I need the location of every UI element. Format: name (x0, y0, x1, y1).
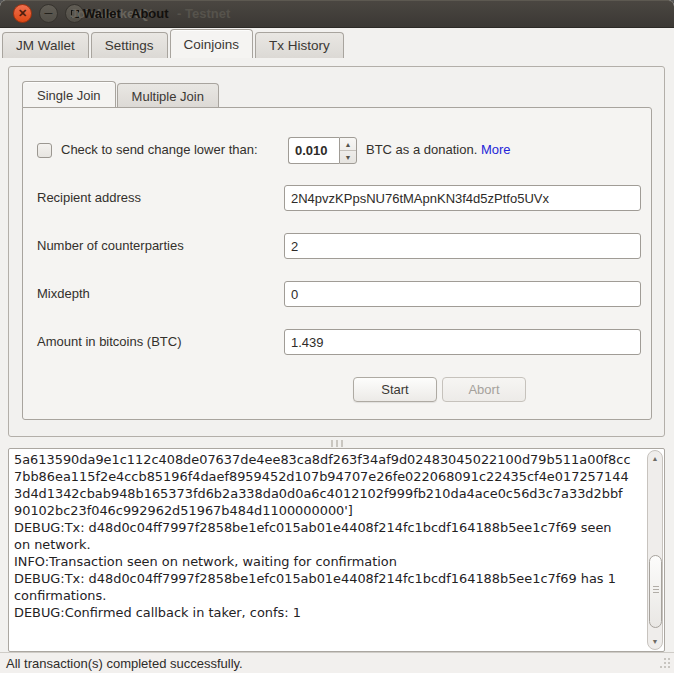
status-bar: All transaction(s) completed successfull… (0, 652, 674, 673)
spin-up-icon[interactable]: ▲ (340, 138, 356, 151)
form-row: Amount in bitcoins (BTC) (23, 329, 651, 355)
close-button[interactable]: ✕ (13, 4, 32, 23)
resize-grip-icon[interactable] (664, 658, 666, 660)
more-link[interactable]: More (481, 142, 511, 157)
spin-down-icon[interactable]: ▼ (340, 151, 356, 163)
app-window: ✕ ─ JoinMarketQt Wallet About - Testnet … (0, 0, 674, 673)
abort-button: Abort (442, 377, 526, 402)
tab-coinjoins[interactable]: Coinjoins (170, 29, 254, 58)
tab-single-join[interactable]: Single Join (22, 81, 116, 108)
donation-suffix-label: BTC as a donation. More (366, 142, 511, 157)
log-text[interactable]: 5a613590da9e1c112c408de07637de4ee83ca8df… (9, 449, 647, 651)
log-area: 5a613590da9e1c112c408de07637de4ee83ca8df… (8, 448, 665, 652)
recipient-address-input[interactable] (284, 185, 641, 211)
donation-amount-spinbox: ▲ ▼ (288, 137, 357, 164)
minimize-button[interactable]: ─ (39, 4, 58, 23)
form-row: Mixdepth (23, 281, 651, 307)
recipient-address-label: Recipient address (37, 190, 141, 205)
single-join-panel: Check to send change lower than: ▲ ▼ BTC… (22, 107, 652, 420)
titlebar: ✕ ─ JoinMarketQt Wallet About - Testnet (0, 0, 674, 28)
amount-input[interactable] (284, 329, 641, 355)
scroll-up-icon[interactable]: ▲ (648, 452, 662, 465)
join-tab-bar: Single Join Multiple Join (22, 81, 220, 108)
log-scrollbar[interactable]: ▲ ▼ (647, 450, 663, 650)
donation-row: Check to send change lower than: ▲ ▼ BTC… (23, 137, 651, 164)
scroll-down-icon[interactable]: ▼ (648, 635, 662, 648)
window-title-suffix: - Testnet (177, 6, 230, 21)
splitter-handle[interactable] (8, 438, 665, 448)
amount-label: Amount in bitcoins (BTC) (37, 334, 182, 349)
donation-checkbox-label: Check to send change lower than: (61, 142, 258, 157)
status-message: All transaction(s) completed successfull… (6, 656, 243, 671)
tab-jm-wallet[interactable]: JM Wallet (2, 32, 89, 58)
menu-wallet[interactable]: Wallet (83, 6, 121, 21)
scrollbar-grip-icon (653, 589, 659, 590)
tab-tx-history[interactable]: Tx History (255, 32, 344, 58)
start-button[interactable]: Start (353, 377, 437, 402)
mixdepth-label: Mixdepth (37, 286, 90, 301)
form-row: Number of counterparties (23, 233, 651, 259)
close-icon: ✕ (18, 8, 27, 19)
minimize-icon: ─ (45, 8, 53, 19)
counterparties-input[interactable] (284, 233, 641, 259)
form-row: Recipient address (23, 185, 651, 211)
donation-amount-input[interactable] (288, 137, 339, 164)
spinner-buttons: ▲ ▼ (339, 137, 357, 164)
menu-about[interactable]: About (131, 6, 169, 21)
tab-settings[interactable]: Settings (91, 32, 168, 58)
counterparties-label: Number of counterparties (37, 238, 184, 253)
donation-checkbox[interactable] (37, 143, 52, 158)
main-tab-bar: JM Wallet Settings Coinjoins Tx History (2, 29, 672, 58)
tab-multiple-join[interactable]: Multiple Join (117, 83, 219, 108)
scrollbar-thumb[interactable] (649, 555, 662, 628)
mixdepth-input[interactable] (284, 281, 641, 307)
donation-suffix-text: BTC as a donation. (366, 142, 481, 157)
